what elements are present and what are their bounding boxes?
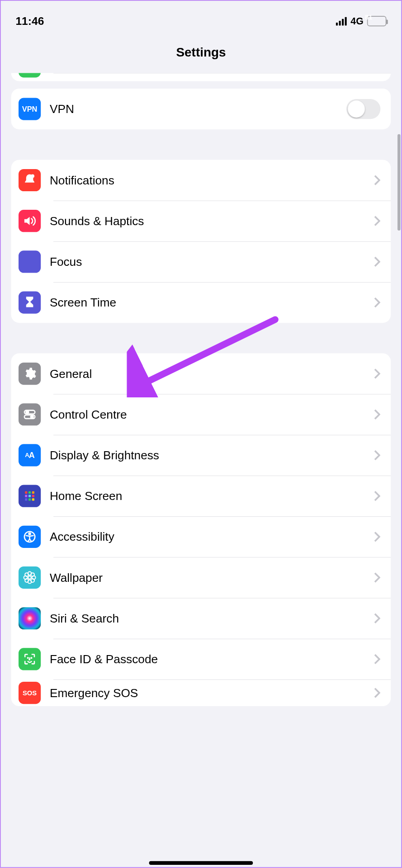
chevron-right-icon	[374, 531, 381, 542]
chevron-right-icon	[374, 687, 381, 698]
battery-icon: 81	[367, 16, 387, 26]
chevron-right-icon	[374, 450, 381, 461]
row-sos[interactable]: SOS Emergency SOS	[11, 679, 391, 706]
chevron-right-icon	[374, 409, 381, 420]
row-label: Accessibility	[50, 530, 365, 543]
svg-rect-8	[25, 495, 27, 497]
row-label: Sounds & Haptics	[50, 214, 365, 228]
chevron-right-icon	[374, 613, 381, 624]
row-accessibility[interactable]: Accessibility	[11, 516, 391, 557]
row-label: Control Centre	[50, 408, 365, 421]
chevron-right-icon	[374, 368, 381, 379]
moon-icon	[19, 250, 41, 273]
switches-icon	[19, 403, 41, 425]
do-not-disturb-icon	[48, 15, 57, 28]
row-label-vpn: VPN	[50, 102, 337, 116]
row-label: Wallpaper	[50, 571, 365, 584]
status-time: 11:46	[15, 15, 44, 28]
row-siri[interactable]: Siri & Search	[11, 598, 391, 639]
row-home-screen[interactable]: Home Screen	[11, 476, 391, 516]
svg-point-15	[29, 533, 31, 535]
chevron-right-icon	[374, 654, 381, 665]
siri-icon	[19, 607, 41, 629]
svg-rect-11	[25, 498, 27, 500]
row-label: General	[50, 367, 365, 380]
hourglass-icon	[19, 292, 41, 314]
app-grid-icon	[19, 485, 41, 507]
vpn-toggle[interactable]	[346, 99, 380, 119]
svg-rect-6	[28, 491, 31, 494]
sos-icon: SOS	[19, 682, 41, 704]
row-label: Home Screen	[50, 489, 365, 503]
speaker-icon	[19, 210, 41, 232]
row-wallpaper[interactable]: Wallpaper	[11, 557, 391, 598]
svg-point-16	[28, 576, 31, 579]
svg-rect-5	[25, 491, 27, 494]
chevron-right-icon	[374, 256, 381, 268]
row-vpn[interactable]: VPN VPN	[11, 89, 391, 129]
row-label: Face ID & Passcode	[50, 652, 365, 666]
home-indicator	[149, 861, 253, 865]
row-label: Display & Brightness	[50, 448, 365, 462]
svg-rect-10	[32, 495, 34, 497]
previous-group-peek	[11, 73, 391, 81]
group-general: General Control Centre AA Display & Brig…	[11, 353, 391, 706]
network-label: 4G	[350, 15, 363, 27]
chevron-right-icon	[374, 572, 381, 583]
chevron-right-icon	[374, 175, 381, 186]
vpn-icon: VPN	[19, 98, 41, 120]
faceid-icon	[19, 648, 41, 670]
svg-rect-13	[32, 498, 34, 500]
status-bar: 11:46 4G 81	[1, 1, 402, 34]
row-label: Focus	[50, 255, 365, 269]
page-title: Settings	[1, 34, 402, 73]
svg-rect-7	[32, 491, 34, 494]
accessibility-icon	[19, 526, 41, 548]
chevron-right-icon	[374, 491, 381, 502]
svg-rect-12	[28, 498, 31, 500]
cellular-bars-icon	[336, 17, 347, 25]
row-sounds[interactable]: Sounds & Haptics	[11, 201, 391, 241]
svg-point-2	[26, 411, 28, 414]
row-label: Siri & Search	[50, 612, 365, 625]
row-control-centre[interactable]: Control Centre	[11, 394, 391, 435]
svg-point-4	[31, 415, 33, 418]
row-notifications[interactable]: Notifications	[11, 160, 391, 200]
chevron-right-icon	[374, 297, 381, 308]
row-display[interactable]: AA Display & Brightness	[11, 435, 391, 476]
row-label: Emergency SOS	[50, 686, 365, 699]
chevron-right-icon	[374, 215, 381, 226]
row-general[interactable]: General	[11, 353, 391, 394]
svg-point-26	[31, 658, 32, 659]
row-label: Screen Time	[50, 296, 365, 309]
gear-icon	[19, 363, 41, 385]
flower-icon	[19, 566, 41, 589]
scroll-indicator	[397, 134, 401, 231]
row-label: Notifications	[50, 173, 365, 187]
svg-rect-9	[28, 495, 31, 497]
group-connectivity: VPN VPN	[11, 89, 391, 129]
bell-badge-icon	[19, 169, 41, 191]
aa-icon: AA	[19, 444, 41, 466]
group-alerts: Notifications Sounds & Haptics Focus Scr…	[11, 160, 391, 323]
row-focus[interactable]: Focus	[11, 241, 391, 282]
svg-point-0	[31, 175, 34, 178]
row-screen-time[interactable]: Screen Time	[11, 282, 391, 323]
row-faceid[interactable]: Face ID & Passcode	[11, 639, 391, 679]
svg-point-25	[28, 658, 28, 659]
